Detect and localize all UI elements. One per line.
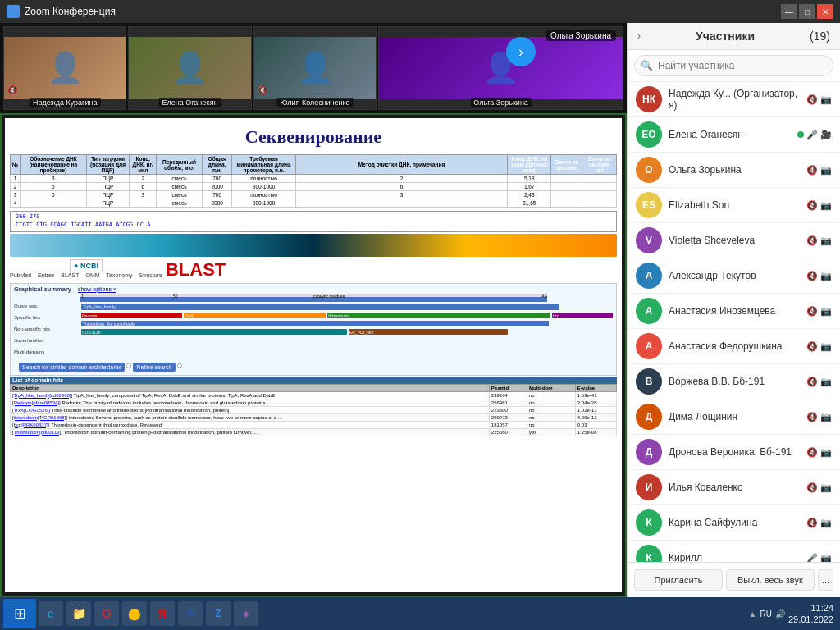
participant-list-item[interactable]: ДДима Лощинин🔇📷 [628, 399, 840, 435]
dh-link-4[interactable]: [bcp[PRK00437]] [12, 422, 49, 427]
taskbar-yandex-icon[interactable]: Я [150, 601, 175, 626]
dh-desc-3: [thioredoxin[TIGR01868]] thioredoxin; Se… [11, 413, 490, 421]
minimize-button[interactable]: — [781, 4, 797, 19]
video-status-icon: 📷 [820, 518, 832, 528]
participant-list-item[interactable]: ЕОЕлена Оганесян🎤🎥 [628, 117, 840, 153]
taskbar-opera-icon[interactable]: O [94, 601, 119, 626]
col-header-vzjato2: Взято на сиклинг нет [582, 155, 617, 175]
mic-status-icon: 🔇 [806, 518, 818, 528]
video-status-icon: 📷 [820, 553, 832, 563]
bar-thio-label: thioredoxin [327, 313, 348, 318]
participant-name-2: Ольга Зорькина [669, 164, 806, 176]
dna-cell-2-9 [551, 191, 582, 199]
participant-list-item[interactable]: ККирилл🎤📷 [628, 541, 840, 562]
participant-avatar-11: И [636, 474, 662, 500]
tray-arrow[interactable]: ▲ [749, 609, 757, 619]
participant-list-item[interactable]: ККарина Сайфулина🔇📷 [628, 505, 840, 541]
dh-link-0[interactable]: [TipA_like_family[cd02968]] [12, 393, 72, 398]
dna-cell-1-3: 6 [130, 183, 157, 191]
gs-show-options[interactable]: show options » [78, 286, 116, 292]
name-label-oz: Ольга Зорькина [470, 98, 532, 107]
maximize-button[interactable]: □ [799, 4, 815, 19]
participant-list-item[interactable]: ООльга Зорькина🔇📷 [628, 153, 840, 188]
blast-logo: BLAST [166, 259, 226, 281]
mic-status-icon: 🎤 [806, 553, 818, 563]
yandex-icon: Я [158, 607, 167, 620]
dna-cell-0-1: 3 [21, 175, 86, 183]
dna-cell-1-8: 1,67 [508, 183, 551, 191]
name-label-nk: Надежда Курагина [30, 98, 100, 107]
search-box: 🔍 [628, 50, 840, 82]
participant-list-item[interactable]: ААлександр Текутов🔇📷 [628, 258, 840, 294]
participant-icons-5: 🔇📷 [806, 271, 832, 281]
dna-table: № Обозначение ДНК (наименование на проби… [10, 154, 617, 208]
participant-list-item[interactable]: ААнастасия Федорушкина🔇📷 [628, 329, 840, 364]
dna-cell-1-5: 2000 [202, 183, 231, 191]
zoom-app-icon [7, 5, 20, 18]
taskbar-zoom-icon[interactable]: Z [206, 601, 231, 626]
more-options-button[interactable]: ... [818, 569, 833, 591]
dh-pssmid-2: 223600 [489, 406, 527, 413]
tray-speaker-icon[interactable]: 🔊 [775, 609, 785, 619]
video-area: 👤 🔇 Надежда Курагина 👤 Елена Оганесян 👤 … [0, 23, 627, 597]
taskbar-chrome-icon[interactable]: ⬤ [122, 601, 147, 626]
search-similar-btn[interactable]: Search for similar domain architectures [19, 363, 125, 372]
video-status-icon: 📷 [820, 165, 832, 176]
participant-list-item[interactable]: VVioletta Shceveleva🔇📷 [628, 223, 840, 258]
col-header-treb: Требуемая минимальная длина промотора, п… [232, 155, 295, 175]
participant-avatar-1: ЕО [636, 121, 662, 148]
domain-hits: List of domain hits Description Pssmid M… [10, 377, 617, 436]
dh-eval-3: 4.99e-12 [575, 413, 616, 421]
participant-list-item[interactable]: ВВоржева В.В. Бб-191🔇📷 [628, 364, 840, 399]
mute-all-button[interactable]: Выкл. весь звук [726, 569, 815, 591]
dh-link-3[interactable]: [thioredoxin[TIGR01868]] [12, 415, 67, 420]
participant-list-item[interactable]: ДДронова Вероника, Бб-191🔇📷 [628, 435, 840, 470]
taskbar-ie-icon[interactable]: e [39, 601, 63, 626]
mic-status-icon: 🔇 [806, 271, 818, 281]
taskbar-tray: ▲ RU 🔊 11:24 29.01.2022 [749, 602, 837, 626]
participant-avatar-10: Д [636, 439, 662, 465]
mic-status-icon: 🔇 [806, 482, 818, 493]
taskbar: ⊞ e 📁 O ⬤ Я W Z ♦ ▲ RU 🔊 11:24 29.01.202… [0, 597, 840, 630]
arrow-icon[interactable]: › [506, 37, 536, 66]
dna-cell-2-2: ПЦР [86, 191, 130, 199]
sidebar-collapse-btn[interactable]: › [637, 30, 641, 42]
dh-link-1[interactable]: [Redoxin[pfam08534]] [12, 400, 61, 405]
mic-icon-nk: 🔇 [7, 85, 17, 94]
invite-button[interactable]: Пригласить [634, 569, 723, 591]
participant-name-12: Карина Сайфулина [669, 517, 806, 528]
window-title: Zoom Конференция [25, 6, 116, 17]
participant-avatar-6: А [636, 298, 662, 324]
main-container: 👤 🔇 Надежда Курагина 👤 Елена Оганесян 👤 … [0, 23, 840, 597]
word-icon: W [185, 608, 194, 619]
search-input[interactable] [634, 55, 833, 76]
taskbar-extra-icon[interactable]: ♦ [234, 601, 258, 626]
taskbar-word-icon[interactable]: W [178, 601, 203, 626]
gs-label-multidomain: Multi-domains [14, 349, 80, 354]
dh-eval-0: 1.59e-41 [575, 391, 616, 399]
window-controls[interactable]: — □ ✕ [781, 4, 833, 19]
start-button[interactable]: ⊞ [3, 599, 36, 628]
mic-icon-yk: 🔇 [258, 85, 267, 94]
dh-link-2[interactable]: [TrxA[COG0526]] [12, 408, 50, 413]
participant-list-item[interactable]: ИИлья Коваленко🔇📷 [628, 470, 840, 505]
taskbar-folder-icon[interactable]: 📁 [66, 601, 91, 626]
domain-hits-title: List of domain hits [10, 377, 617, 384]
close-button[interactable]: ✕ [817, 4, 833, 19]
video-status-icon: 📷 [820, 377, 832, 387]
bar-cog: COG3118 [81, 329, 347, 335]
participant-list-item[interactable]: ААнастасия Иноземцева🔇📷 [628, 294, 840, 329]
ncbi-logo: ● NCBI [70, 259, 103, 272]
dna-cell-0-4: смесь [157, 175, 203, 183]
dna-cell-1-4: смесь [157, 183, 203, 191]
dh-multi-3: no [527, 413, 575, 421]
participant-thumb-nk: 👤 🔇 Надежда Курагина [3, 26, 126, 110]
tray-lang: RU [760, 609, 771, 619]
dna-cell-3-2: ПЦР [86, 199, 130, 208]
dh-link-5[interactable]: [Thioredoxin[cd00113]] [12, 430, 62, 435]
dna-cell-0-6: полностью [232, 175, 295, 183]
dna-wave-chart [10, 234, 617, 257]
participant-list-item[interactable]: ESElizabeth Son🔇📷 [628, 188, 840, 223]
participant-list-item[interactable]: НКНадежда Ку... (Организатор, я)🔇📷 [628, 82, 840, 117]
refine-btn[interactable]: Refine search [133, 363, 175, 372]
